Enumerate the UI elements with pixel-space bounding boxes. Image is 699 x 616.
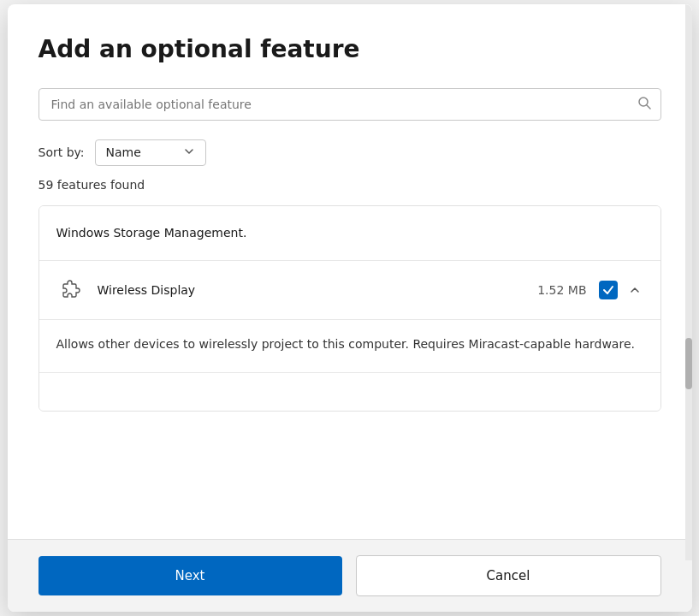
dialog-footer: Next Cancel <box>8 539 692 612</box>
dialog-title: Add an optional feature <box>39 35 661 64</box>
scrollbar-thumb[interactable] <box>685 338 692 389</box>
features-count: 59 features found <box>39 178 661 192</box>
chevron-down-icon <box>183 145 195 160</box>
sort-selected-value: Name <box>106 145 176 159</box>
feature-description-row: Allows other devices to wirelessly proje… <box>39 320 660 374</box>
search-container <box>39 88 661 121</box>
cancel-button[interactable]: Cancel <box>356 555 661 596</box>
feature-size: 1.52 MB <box>537 283 586 297</box>
feature-description: Allows other devices to wirelessly proje… <box>56 335 643 354</box>
feature-name: Windows Storage Management. <box>56 226 643 240</box>
dialog-body: Add an optional feature Sort by: Name <box>8 4 692 539</box>
sort-dropdown[interactable]: Name <box>95 139 206 166</box>
feature-checkbox[interactable] <box>599 281 618 299</box>
feature-name: Wireless Display <box>98 283 538 297</box>
sort-label: Sort by: <box>39 145 85 159</box>
dialog: Add an optional feature Sort by: Name <box>8 4 692 612</box>
chevron-up-icon[interactable] <box>626 281 643 299</box>
features-list: Windows Storage Management. Wireless Dis… <box>39 205 661 412</box>
sort-row: Sort by: Name <box>39 139 661 166</box>
list-item[interactable] <box>39 373 660 411</box>
scrollbar[interactable] <box>685 4 692 560</box>
next-button[interactable]: Next <box>39 556 342 595</box>
list-item[interactable]: Windows Storage Management. <box>39 206 660 261</box>
puzzle-icon <box>56 276 84 304</box>
search-input[interactable] <box>39 88 661 121</box>
list-item[interactable]: Wireless Display 1.52 MB <box>39 261 660 320</box>
